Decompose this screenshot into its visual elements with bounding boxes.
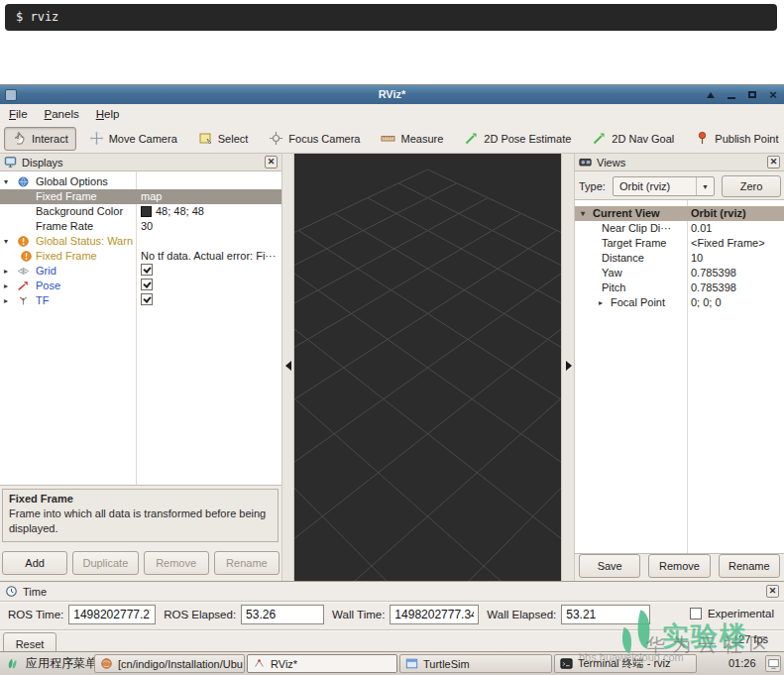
property-name: Current View: [593, 206, 660, 221]
menu-help[interactable]: Help: [94, 106, 122, 122]
property-name: Global Status: Warn: [36, 234, 133, 249]
reset-button-row: Reset: [3, 632, 56, 651]
property-value[interactable]: 0.785398: [691, 281, 782, 295]
experimental-checkbox[interactable]: [690, 608, 702, 619]
tool-measure[interactable]: Measure: [373, 127, 451, 151]
right-panel-splitter[interactable]: [561, 154, 575, 581]
property-value[interactable]: <Fixed Frame>: [691, 236, 782, 251]
expander-icon[interactable]: ▸: [4, 264, 14, 279]
shade-button[interactable]: [705, 89, 717, 101]
displays-add-button[interactable]: Add: [2, 551, 67, 575]
tool-2d-nav-goal[interactable]: 2D Nav Goal: [584, 127, 682, 151]
displays-remove-button: Remove: [144, 551, 209, 575]
time-field-input-wall-elapsed[interactable]: [561, 605, 650, 624]
views-row-pitch[interactable]: Pitch0.785398: [575, 281, 784, 295]
displays-row-tf[interactable]: ▸TF: [0, 293, 281, 308]
shade-icon: [707, 92, 715, 98]
menubar: FilePanelsHelp: [0, 104, 784, 124]
time-close-icon[interactable]: ✕: [766, 585, 779, 598]
task-terminal-rviz[interactable]: Terminal 终端 - rviz: [554, 654, 697, 673]
task-cn-indigo-installation-ubu[interactable]: [cn/indigo/Installation/Ubu···: [94, 654, 245, 673]
tool-interact[interactable]: Interact: [4, 127, 76, 151]
maximize-icon: [748, 91, 756, 98]
maximize-button[interactable]: [746, 89, 758, 101]
close-button[interactable]: ×: [767, 89, 779, 101]
views-row-distance[interactable]: Distance10: [575, 251, 784, 266]
collapse-right-icon[interactable]: [566, 361, 572, 371]
property-value[interactable]: [141, 264, 280, 276]
time-field-input-wall-time[interactable]: [390, 605, 479, 624]
displays-row-fixed-frame[interactable]: Fixed FrameNo tf data. Actual error: Fi·…: [0, 249, 281, 264]
tool-move-camera[interactable]: Move Camera: [81, 127, 185, 151]
property-value[interactable]: 48; 48; 48: [141, 204, 280, 219]
property-value[interactable]: 0.01: [691, 221, 782, 236]
property-name: Background Color: [36, 204, 123, 219]
property-value: map: [141, 189, 280, 204]
menu-panels[interactable]: Panels: [43, 106, 81, 122]
tool-label: Interact: [32, 133, 68, 145]
displays-row-grid[interactable]: ▸Grid: [0, 264, 281, 279]
3d-viewport[interactable]: [294, 154, 561, 581]
property-name: Global Options: [36, 174, 108, 189]
displays-row-background-color[interactable]: Background Color48; 48; 48: [0, 204, 281, 219]
time-fields: ROS Time:ROS Elapsed:Wall Time:Wall Elap…: [8, 604, 650, 625]
titlebar[interactable]: RViz* ×: [0, 85, 784, 104]
expander-icon[interactable]: ▸: [599, 295, 609, 310]
displays-close-icon[interactable]: ✕: [265, 156, 278, 169]
expander-icon[interactable]: ▸: [4, 279, 14, 293]
collapse-left-icon[interactable]: [285, 361, 291, 371]
time-field-input-ros-elapsed[interactable]: [241, 605, 324, 624]
zero-button[interactable]: Zero: [722, 175, 781, 197]
enabled-checkbox[interactable]: [141, 279, 153, 290]
expander-icon[interactable]: ▾: [4, 174, 14, 189]
views-row-near-clip-di[interactable]: Near Clip Di···0.01: [575, 221, 784, 236]
property-value[interactable]: [141, 293, 280, 305]
time-field-input-ros-time[interactable]: [68, 605, 156, 624]
property-value[interactable]: 0; 0; 0: [691, 295, 782, 310]
views-row-target-frame[interactable]: Target Frame<Fixed Frame>: [575, 236, 784, 251]
enabled-checkbox[interactable]: [141, 264, 153, 276]
menu-file[interactable]: File: [7, 106, 30, 122]
displays-row-pose[interactable]: ▸Pose: [0, 279, 281, 293]
property-value[interactable]: 30: [141, 219, 280, 234]
left-panel-splitter[interactable]: [281, 154, 294, 581]
views-close-icon[interactable]: ✕: [767, 156, 780, 169]
task-rviz[interactable]: RViz*: [247, 654, 397, 673]
expander-icon[interactable]: ▸: [4, 293, 14, 308]
tf-icon: [17, 294, 30, 307]
expander-icon[interactable]: ▾: [581, 206, 591, 221]
show-desktop-button[interactable]: [765, 655, 781, 672]
tool-select[interactable]: Select: [190, 127, 257, 151]
enabled-checkbox[interactable]: [141, 293, 153, 305]
view-type-dropdown[interactable]: Orbit (rviz) ▼: [613, 176, 715, 196]
task-label: TurtleSim: [423, 658, 470, 670]
displays-row-global-options[interactable]: ▾Global Options: [0, 174, 281, 189]
expander-icon[interactable]: ▾: [4, 234, 14, 249]
tool-focus-camera[interactable]: Focus Camera: [261, 127, 368, 151]
views-row-current-view[interactable]: ▾Current ViewOrbit (rviz): [575, 206, 784, 221]
views-save-button[interactable]: Save: [579, 554, 640, 578]
displays-row-global-status-warn[interactable]: ▾Global Status: Warn: [0, 234, 281, 249]
tool-publish-point[interactable]: Publish Point: [687, 127, 784, 151]
displays-row-frame-rate[interactable]: Frame Rate30: [0, 219, 281, 234]
displays-row-fixed-frame[interactable]: Fixed Framemap: [0, 189, 281, 204]
applications-menu[interactable]: 应用程序菜单: [6, 652, 97, 675]
task-turtlesim[interactable]: TurtleSim: [399, 654, 552, 673]
terminal-bar[interactable]: $ rviz: [5, 4, 777, 31]
property-value[interactable]: No tf data. Actual error: Fi···: [141, 249, 280, 264]
minimize-button[interactable]: [726, 89, 737, 101]
property-value[interactable]: [141, 279, 280, 290]
window-title: RViz*: [0, 85, 784, 104]
divider: [0, 629, 784, 631]
views-rename-button[interactable]: Rename: [719, 554, 780, 578]
views-remove-button[interactable]: Remove: [648, 554, 710, 578]
time-panel-title: Time: [23, 586, 47, 598]
views-row-yaw[interactable]: Yaw0.785398: [575, 266, 784, 281]
time-field-ros-time: ROS Time:: [8, 605, 156, 624]
property-value[interactable]: 0.785398: [691, 266, 782, 281]
views-row-focal-point[interactable]: ▸Focal Point0; 0; 0: [575, 295, 784, 310]
property-value[interactable]: 10: [691, 251, 782, 266]
property-value[interactable]: Orbit (rviz): [691, 206, 782, 221]
3d-grid: [294, 154, 561, 581]
tool-2d-pose-estimate[interactable]: 2D Pose Estimate: [456, 127, 579, 151]
